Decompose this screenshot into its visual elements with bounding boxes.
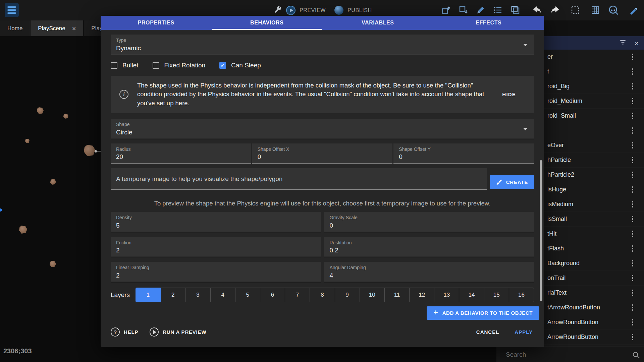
kebab-menu-icon[interactable]	[631, 67, 635, 76]
asteroid-shape[interactable]	[50, 261, 56, 267]
field-angular-damping[interactable]: Angular Damping4	[324, 262, 534, 282]
selection-marquee-icon[interactable]	[570, 4, 581, 16]
kebab-menu-icon[interactable]	[631, 82, 635, 91]
kebab-menu-icon[interactable]	[631, 156, 635, 165]
object-box-up-icon[interactable]	[440, 4, 451, 16]
undo-icon[interactable]	[531, 4, 543, 16]
dialog-tab-label: VARIABLES	[362, 20, 394, 26]
kebab-menu-icon[interactable]	[631, 215, 635, 224]
asteroid-shape[interactable]	[25, 139, 30, 143]
object-box-down-icon[interactable]	[458, 4, 469, 16]
objects-search-bar[interactable]: Search	[500, 347, 644, 362]
asteroid-shape[interactable]	[50, 179, 56, 185]
debugger-wrench-icon[interactable]	[273, 5, 282, 15]
preview-button[interactable]: PREVIEW	[300, 7, 326, 13]
field-shape-offset-y[interactable]: Shape Offset Y0	[393, 143, 534, 164]
kebab-menu-icon[interactable]	[631, 141, 635, 150]
field-linear-damping[interactable]: Linear Damping2	[111, 262, 321, 282]
layer-button-14[interactable]: 14	[459, 288, 484, 302]
tab-playscene[interactable]: PlayScene ×	[31, 20, 83, 36]
layer-button-10[interactable]: 10	[360, 288, 385, 302]
type-dropdown[interactable]: Type Dynamic	[111, 35, 534, 55]
field-radius[interactable]: Radius20	[111, 143, 251, 164]
kebab-menu-icon[interactable]	[631, 333, 635, 342]
kebab-menu-icon[interactable]	[631, 126, 635, 135]
preview-play-icon[interactable]	[286, 6, 296, 15]
layer-button-6[interactable]: 6	[260, 288, 285, 302]
layer-button-5[interactable]: 5	[235, 288, 260, 302]
cancel-button[interactable]: CANCEL	[476, 329, 499, 335]
layer-button-1[interactable]: 1	[136, 288, 161, 302]
layer-button-9[interactable]: 9	[335, 288, 360, 302]
edit-pencil-icon[interactable]	[475, 4, 486, 16]
temp-image-field[interactable]: A temporary image to help you visualize …	[111, 168, 487, 190]
publish-button[interactable]: PUBLISH	[347, 7, 372, 13]
apply-button[interactable]: APPLY	[515, 329, 533, 335]
layer-button-15[interactable]: 15	[484, 288, 509, 302]
shape-dropdown[interactable]: Shape Circle	[111, 119, 534, 139]
list-icon[interactable]	[492, 4, 504, 16]
layer-button-4[interactable]: 4	[211, 288, 235, 302]
field-friction[interactable]: Friction2	[111, 237, 321, 257]
layer-button-3[interactable]: 3	[185, 288, 210, 302]
layer-button-12[interactable]: 12	[410, 288, 434, 302]
kebab-menu-icon[interactable]	[631, 111, 635, 121]
kebab-menu-icon[interactable]	[631, 170, 635, 180]
field-restitution[interactable]: Restitution0.2	[324, 237, 534, 257]
create-button[interactable]: CREATE	[490, 175, 534, 189]
dialog-tab-effects[interactable]: EFFECTS	[433, 16, 544, 30]
layer-button-7[interactable]: 7	[285, 288, 310, 302]
kebab-menu-icon[interactable]	[631, 244, 635, 253]
layer-button-16[interactable]: 16	[509, 288, 534, 302]
checkbox-can-sleep[interactable]: ✓Can Sleep	[219, 62, 261, 69]
grid-icon[interactable]	[590, 4, 601, 16]
close-icon[interactable]: ×	[635, 40, 639, 47]
asteroid-shape[interactable]	[63, 114, 68, 119]
tab-home[interactable]: Home	[0, 20, 30, 36]
kebab-menu-icon[interactable]	[631, 274, 635, 283]
kebab-menu-icon[interactable]	[631, 200, 635, 209]
kebab-menu-icon[interactable]	[631, 318, 635, 327]
run-preview-button[interactable]: RUN A PREVIEW	[150, 327, 206, 337]
field-restitution-label: Restitution	[330, 240, 529, 246]
layer-button-13[interactable]: 13	[434, 288, 459, 302]
help-button[interactable]: ? HELP	[111, 327, 138, 337]
kebab-menu-icon[interactable]	[631, 52, 635, 62]
asteroid-shape[interactable]	[84, 145, 95, 156]
asteroid-shape[interactable]	[19, 226, 27, 234]
dialog-tab-label: BEHAVIORS	[250, 20, 283, 26]
kebab-menu-icon[interactable]	[631, 185, 635, 194]
dialog-scrollbar[interactable]	[540, 160, 542, 301]
filter-icon[interactable]	[619, 39, 627, 47]
kebab-menu-icon[interactable]	[631, 229, 635, 239]
param-row: Friction2Restitution0.2	[111, 237, 534, 257]
kebab-menu-icon[interactable]	[631, 303, 635, 312]
mask-pen-icon[interactable]	[628, 4, 639, 16]
kebab-menu-icon[interactable]	[631, 288, 635, 298]
checkbox-bullet[interactable]: Bullet	[111, 62, 139, 69]
asteroid-shape[interactable]	[37, 107, 44, 114]
hide-button[interactable]: HIDE	[502, 92, 516, 97]
field-gravity-scale[interactable]: Gravity Scale0	[324, 212, 534, 232]
zoom-1-1-icon[interactable]: 1:1	[608, 4, 619, 16]
checkbox-fixed-rotation[interactable]: Fixed Rotation	[153, 62, 206, 69]
layer-button-8[interactable]: 8	[310, 288, 335, 302]
tab-close-icon[interactable]: ×	[72, 25, 76, 32]
field-shape-offset-x[interactable]: Shape Offset X0	[252, 143, 393, 164]
add-behavior-button[interactable]: + ADD A BEHAVIOR TO THE OBJECT	[427, 306, 539, 320]
dialog-tab-behaviors[interactable]: BEHAVIORS	[212, 16, 323, 30]
kebab-menu-icon[interactable]	[631, 97, 635, 106]
dialog-footer: ? HELP RUN A PREVIEW CANCEL APPLY	[111, 324, 534, 340]
publish-globe-icon[interactable]	[334, 6, 343, 15]
field-density[interactable]: Density5	[111, 212, 321, 232]
redo-icon[interactable]	[549, 4, 561, 16]
dialog-tab-properties[interactable]: PROPERTIES	[101, 16, 212, 30]
object-name: ArrowRoundButton	[547, 334, 598, 341]
layer-button-2[interactable]: 2	[161, 288, 185, 302]
cursor-coordinates: 2306;303	[3, 347, 32, 355]
project-manager-icon[interactable]	[5, 3, 19, 17]
layer-button-11[interactable]: 11	[385, 288, 410, 302]
copy-layers-icon[interactable]	[510, 4, 521, 16]
dialog-tab-variables[interactable]: VARIABLES	[322, 16, 433, 30]
kebab-menu-icon[interactable]	[631, 259, 635, 268]
